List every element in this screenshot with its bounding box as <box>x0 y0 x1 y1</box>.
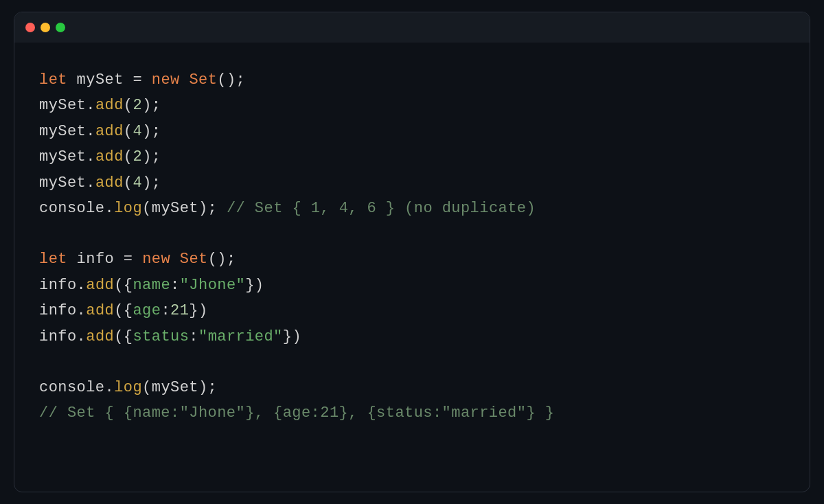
close-button[interactable] <box>25 23 35 32</box>
code-line-2: mySet.add(2); <box>39 93 785 118</box>
code-line-9: info.add({name:"Jhone"}) <box>39 273 785 298</box>
minimize-button[interactable] <box>41 23 50 32</box>
code-line-6: console.log(mySet); // Set { 1, 4, 6 } (… <box>39 196 785 221</box>
code-line-3: mySet.add(4); <box>39 119 785 144</box>
code-line-10: info.add({age:21}) <box>39 298 785 323</box>
code-line-13: console.log(mySet); <box>39 375 785 400</box>
maximize-button[interactable] <box>56 23 65 32</box>
code-line-5: mySet.add(4); <box>39 170 785 196</box>
code-line-11: info.add({status:"married"}) <box>39 324 785 350</box>
empty-line-2 <box>39 350 785 375</box>
empty-line-1 <box>39 221 785 247</box>
code-line-14: // Set { {name:"Jhone"}, {age:21}, {stat… <box>39 400 785 426</box>
code-area: let mySet = new Set(); mySet.add(2); myS… <box>14 43 810 492</box>
titlebar <box>14 12 810 43</box>
code-line-4: mySet.add(2); <box>39 144 785 170</box>
code-line-1: let mySet = new Set(); <box>39 67 785 93</box>
code-line-8: let info = new Set(); <box>39 247 785 272</box>
code-editor-window: let mySet = new Set(); mySet.add(2); myS… <box>14 12 810 492</box>
